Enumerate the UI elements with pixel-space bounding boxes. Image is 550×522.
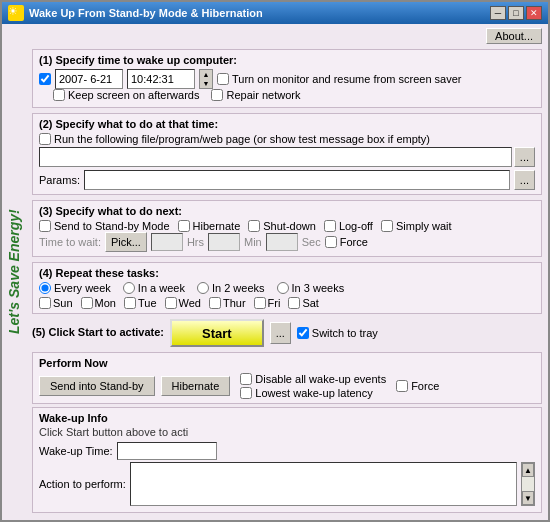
radio-in-a-week[interactable] — [123, 282, 135, 294]
logoff-label: Log-off — [324, 220, 373, 232]
monitor-text: Turn on monitor and resume from screen s… — [232, 73, 461, 85]
day-sat-checkbox[interactable] — [288, 297, 300, 309]
day-thu: Thur — [209, 297, 246, 309]
switch-tray-text: Switch to tray — [312, 327, 378, 339]
time-input[interactable] — [127, 69, 195, 89]
shutdown-checkbox[interactable] — [248, 220, 260, 232]
sec-field[interactable] — [266, 233, 298, 251]
wakeup-info-section: Wake-up Info Click Start button above to… — [32, 407, 542, 513]
radio-in-3-weeks[interactable] — [277, 282, 289, 294]
section-5-title: (5) Click Start to activate: — [32, 326, 164, 338]
min-field[interactable] — [208, 233, 240, 251]
section-3-title: (3) Specify what to do next: — [39, 205, 535, 217]
action-scrollbar[interactable]: ▲ ▼ — [521, 462, 535, 506]
perform-now-section: Perform Now Send into Stand-by Hibernate… — [32, 352, 542, 404]
close-button[interactable]: ✕ — [526, 6, 542, 20]
day-fri: Fri — [254, 297, 281, 309]
day-wed-checkbox[interactable] — [165, 297, 177, 309]
run-checkbox[interactable] — [39, 133, 51, 145]
section-2-title: (2) Specify what to do at that time: — [39, 118, 535, 130]
day-sat-label: Sat — [302, 297, 319, 309]
hibernate-button[interactable]: Hibernate — [161, 376, 231, 396]
pick-button[interactable]: Pick... — [105, 232, 147, 252]
perform-force-label: Force — [396, 380, 439, 392]
file-input[interactable] — [39, 147, 512, 167]
day-tue-label: Tue — [138, 297, 157, 309]
spin-up[interactable]: ▲ — [200, 70, 212, 79]
run-text: Run the following file/program/web page … — [54, 133, 430, 145]
section-1-sub-row: Keep screen on afterwards Repair network — [53, 89, 535, 101]
send-standby-button[interactable]: Send into Stand-by — [39, 376, 155, 396]
radio-every-week[interactable] — [39, 282, 51, 294]
wakeup-action-label: Action to perform: — [39, 478, 126, 490]
logoff-checkbox[interactable] — [324, 220, 336, 232]
date-input[interactable] — [55, 69, 123, 89]
repair-label: Repair network — [211, 89, 300, 101]
keep-screen-text: Keep screen on afterwards — [68, 89, 199, 101]
radio-in-2-weeks[interactable] — [197, 282, 209, 294]
day-mon-checkbox[interactable] — [81, 297, 93, 309]
radio-row: Every week In a week In 2 weeks In 3 wee… — [39, 282, 535, 294]
day-fri-label: Fri — [268, 297, 281, 309]
action-textarea[interactable] — [130, 462, 517, 506]
title-bar-left: ☀ Wake Up From Stand-by Mode & Hibernati… — [8, 5, 263, 21]
scroll-down-button[interactable]: ▼ — [522, 491, 534, 505]
day-sun-checkbox[interactable] — [39, 297, 51, 309]
time-spinner[interactable]: ▲ ▼ — [199, 69, 213, 89]
run-label: Run the following file/program/web page … — [39, 133, 430, 145]
start-ellipsis-button[interactable]: ... — [270, 322, 291, 344]
min-label: Min — [244, 236, 262, 248]
start-button[interactable]: Start — [170, 319, 264, 347]
day-tue-checkbox[interactable] — [124, 297, 136, 309]
day-thu-checkbox[interactable] — [209, 297, 221, 309]
section-1-row: ▲ ▼ Turn on monitor and resume from scre… — [39, 69, 535, 89]
file-input-row: ... — [39, 147, 535, 167]
date-checkbox[interactable] — [39, 73, 51, 85]
radio-in-a-week-text: In a week — [138, 282, 185, 294]
day-fri-checkbox[interactable] — [254, 297, 266, 309]
radio-in-2-weeks-label: In 2 weeks — [197, 282, 265, 294]
simplywait-checkbox[interactable] — [381, 220, 393, 232]
standby-text: Send to Stand-by Mode — [54, 220, 170, 232]
side-label: Let's Save Energy! — [2, 24, 26, 520]
day-tue: Tue — [124, 297, 157, 309]
disable-wakeup-checkbox[interactable] — [240, 373, 252, 385]
params-browse-button[interactable]: ... — [514, 170, 535, 190]
file-browse-button[interactable]: ... — [514, 147, 535, 167]
spin-down[interactable]: ▼ — [200, 79, 212, 88]
force-text: Force — [340, 236, 368, 248]
switch-tray-checkbox[interactable] — [297, 327, 309, 339]
perform-force-checkbox[interactable] — [396, 380, 408, 392]
monitor-checkbox[interactable] — [217, 73, 229, 85]
force-checkbox[interactable] — [325, 236, 337, 248]
day-wed-label: Wed — [179, 297, 201, 309]
perform-now-title: Perform Now — [39, 357, 535, 369]
time-wait-label: Time to wait: — [39, 236, 101, 248]
hibernate-checkbox[interactable] — [178, 220, 190, 232]
standby-checkbox[interactable] — [39, 220, 51, 232]
wakeup-time-field[interactable] — [117, 442, 217, 460]
wakeup-time-label: Wake-up Time: — [39, 445, 113, 457]
app-icon: ☀ — [8, 5, 24, 21]
params-input[interactable] — [84, 170, 510, 190]
repair-checkbox[interactable] — [211, 89, 223, 101]
about-button[interactable]: About... — [486, 28, 542, 44]
hibernate-text: Hibernate — [193, 220, 241, 232]
section-4-title: (4) Repeat these tasks: — [39, 267, 535, 279]
day-mon-label: Mon — [95, 297, 116, 309]
radio-in-3-weeks-label: In 3 weeks — [277, 282, 345, 294]
day-sat: Sat — [288, 297, 319, 309]
lowest-latency-checkbox[interactable] — [240, 387, 252, 399]
main-window: ☀ Wake Up From Stand-by Mode & Hibernati… — [0, 0, 550, 522]
standby-label: Send to Stand-by Mode — [39, 220, 170, 232]
shutdown-label: Shut-down — [248, 220, 316, 232]
section-1: (1) Specify time to wake up computer: ▲ … — [32, 49, 542, 108]
disable-wakeup-label: Disable all wake-up events — [240, 373, 386, 385]
hrs-field[interactable] — [151, 233, 183, 251]
minimize-button[interactable]: ─ — [490, 6, 506, 20]
force-label: Force — [325, 236, 368, 248]
keep-screen-checkbox[interactable] — [53, 89, 65, 101]
day-row: Sun Mon Tue Wed — [39, 297, 535, 309]
scroll-up-button[interactable]: ▲ — [522, 463, 534, 477]
maximize-button[interactable]: □ — [508, 6, 524, 20]
